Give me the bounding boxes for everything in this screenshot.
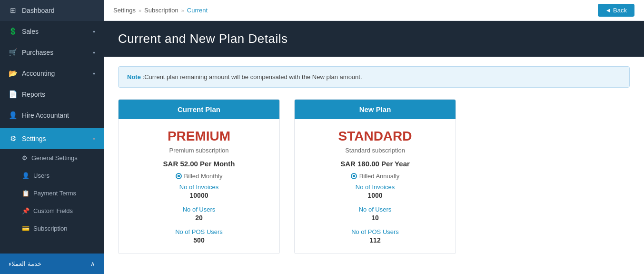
expand-icon: ∧ [90,260,95,267]
new-plan-users-label: No of Users [304,206,446,213]
new-plan-header: New Plan [295,100,456,119]
dashboard-icon: ⊞ [9,6,17,15]
hire-accountant-icon: 👤 [9,111,17,120]
breadcrumb-settings[interactable]: Settings [113,7,136,14]
new-plan-price: SAR 180.00 Per Year [304,160,446,168]
content-area: Note :Current plan remaining amount will… [104,57,644,274]
chevron-down-icon: ▾ [93,50,95,55]
breadcrumb-subscription[interactable]: Subscription [144,7,178,14]
sidebar-item-dashboard[interactable]: ⊞ Dashboard [0,0,104,21]
new-plan-header-label: New Plan [359,105,391,113]
back-button[interactable]: ◄ Back [598,4,634,17]
new-plan-billing: Billed Annually [304,173,446,180]
note-text: :Current plan remaining amount will be c… [143,73,362,81]
sidebar-sub-item-subscription[interactable]: 💳 Subscription [0,220,104,237]
sidebar-item-sales[interactable]: 💲 Sales ▾ [0,21,104,42]
sidebar-item-label: Hire Accountant [22,112,69,119]
sidebar-sub-item-label: General Settings [31,154,78,162]
sales-icon: 💲 [9,27,17,36]
current-plan-invoices-value: 10000 [128,192,270,199]
subscription-icon: 💳 [22,225,30,232]
sidebar-sub-item-label: Custom Fields [33,207,73,214]
new-plan-description: Standard subscription [304,147,446,154]
customer-service-bar[interactable]: خدمة العملاء ∧ [0,254,104,274]
new-plan-pos-value: 112 [304,236,446,244]
current-plan-body: PREMIUM Premium subscription SAR 52.00 P… [119,119,279,254]
current-plan-billing-label: Billed Monthly [184,173,223,180]
new-plan-users-value: 10 [304,214,446,222]
chevron-down-icon: ▾ [93,136,95,142]
current-plan-header: Current Plan [119,100,279,119]
sidebar-sub-item-general-settings[interactable]: ⚙ General Settings [0,149,104,167]
page-header: Current and New Plan Details [104,21,644,57]
divider [0,127,104,127]
breadcrumb: Settings » Subscription » Current [113,7,208,14]
settings-icon: ⚙ [9,134,17,143]
sidebar-item-label: Accounting [22,70,55,77]
sidebar-item-accounting[interactable]: 📂 Accounting ▾ [0,63,104,84]
sidebar-sub-item-label: Payment Terms [33,190,76,197]
page-title: Current and New Plan Details [118,31,288,46]
radio-icon [176,173,182,179]
breadcrumb-bar: Settings » Subscription » Current ◄ Back [104,0,644,21]
sidebar-item-label: Dashboard [22,7,55,14]
general-settings-icon: ⚙ [22,154,28,162]
current-plan-pos-value: 500 [128,236,270,244]
reports-icon: 📄 [9,90,17,99]
chevron-down-icon: ▾ [93,29,95,34]
new-plan-body: STANDARD Standard subscription SAR 180.0… [295,119,456,254]
chevron-down-icon: ▾ [93,71,95,76]
payment-terms-icon: 📋 [22,190,30,197]
sidebar-sub-item-payment-terms[interactable]: 📋 Payment Terms [0,184,104,202]
radio-icon [351,173,357,179]
new-plan-pos-label: No of POS Users [304,228,446,235]
new-plan-card: New Plan STANDARD Standard subscription … [294,99,456,254]
current-plan-invoices-label: No of Invoices [128,183,270,191]
sidebar-item-label: Settings [22,135,46,142]
sidebar-sub-item-custom-fields[interactable]: 📌 Custom Fields [0,202,104,220]
custom-fields-icon: 📌 [22,207,30,214]
main-content: Settings » Subscription » Current ◄ Back… [104,0,644,274]
current-plan-users-label: No of Users [128,206,270,213]
current-plan-card: Current Plan PREMIUM Premium subscriptio… [118,99,280,254]
sidebar-item-reports[interactable]: 📄 Reports [0,84,104,105]
sidebar: ⊞ Dashboard 💲 Sales ▾ 🛒 Purchases ▾ 📂 Ac… [0,0,104,274]
sidebar-sub-item-users[interactable]: 👤 Users [0,167,104,184]
sidebar-item-label: Sales [22,28,39,35]
users-icon: 👤 [22,172,30,179]
plans-container: Current Plan PREMIUM Premium subscriptio… [118,99,630,254]
customer-service-label: خدمة العملاء [9,260,41,267]
new-plan-invoices-label: No of Invoices [304,183,446,191]
breadcrumb-current: Current [187,7,208,14]
purchases-icon: 🛒 [9,48,17,57]
current-plan-name: PREMIUM [128,129,270,144]
sidebar-item-purchases[interactable]: 🛒 Purchases ▾ [0,42,104,63]
note-label: Note [127,73,141,81]
accounting-icon: 📂 [9,69,17,78]
current-plan-pos-label: No of POS Users [128,228,270,235]
note-box: Note :Current plan remaining amount will… [118,66,630,88]
new-plan-name: STANDARD [304,129,446,144]
breadcrumb-sep-1: » [139,8,141,13]
sidebar-sub-item-label: Users [33,172,50,179]
new-plan-billing-label: Billed Annually [359,173,400,180]
sidebar-item-label: Reports [22,91,45,98]
current-plan-users-value: 20 [128,214,270,222]
sidebar-item-settings[interactable]: ⚙ Settings ▾ [0,128,104,149]
sidebar-sub-item-label: Subscription [33,225,68,232]
new-plan-invoices-value: 1000 [304,192,446,199]
current-plan-price: SAR 52.00 Per Month [128,160,270,168]
current-plan-billing: Billed Monthly [128,173,270,180]
breadcrumb-sep-2: » [181,8,184,13]
current-plan-header-label: Current Plan [178,105,220,113]
sidebar-item-label: Purchases [22,49,53,56]
current-plan-description: Premium subscription [128,147,270,154]
sidebar-item-hire-accountant[interactable]: 👤 Hire Accountant [0,105,104,126]
